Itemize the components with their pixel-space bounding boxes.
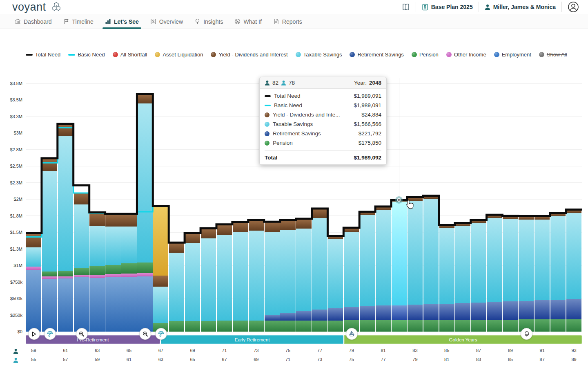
tab-timeline[interactable]: Timeline bbox=[58, 14, 99, 29]
legend-item-asset-liquidation[interactable]: Asset Liquidation bbox=[155, 52, 203, 58]
segment-retirement_savings bbox=[439, 304, 454, 320]
segment-retirement_savings bbox=[360, 306, 375, 321]
chart-bar-age-89[interactable] bbox=[502, 78, 518, 332]
header-divider bbox=[479, 2, 479, 12]
sailboat-icon bbox=[349, 331, 355, 337]
chart-bar-age-69[interactable] bbox=[185, 78, 200, 332]
chart-bar-age-92[interactable] bbox=[550, 78, 566, 332]
chart-bar-age-61[interactable] bbox=[58, 78, 74, 332]
x-age-label: 59 bbox=[90, 357, 104, 362]
legend-item-other-income[interactable]: Other Income bbox=[446, 52, 486, 58]
segment-taxable_savings bbox=[58, 136, 73, 271]
segment-pension bbox=[550, 319, 566, 332]
chart-bar-age-67[interactable] bbox=[153, 78, 169, 332]
phase-label: Golden Years bbox=[449, 337, 477, 342]
segment-employment bbox=[42, 279, 57, 332]
legend-label: Pension bbox=[419, 52, 439, 58]
segment-retirement_savings bbox=[487, 302, 502, 319]
chart-bar-age-60[interactable] bbox=[42, 78, 58, 332]
segment-retirement_savings bbox=[265, 315, 280, 321]
segment-taxable_savings bbox=[121, 227, 136, 264]
tab-overview[interactable]: Overview bbox=[145, 14, 189, 29]
chart-bar-age-88[interactable] bbox=[487, 78, 503, 332]
segment-yield bbox=[344, 228, 359, 232]
chart-bar-age-82[interactable] bbox=[391, 78, 407, 332]
page-title-row: Let's See Cash Flow ▼ Details Year View … bbox=[0, 32, 588, 47]
legend-item-retirement-savings[interactable]: Retirement Savings bbox=[350, 52, 403, 58]
plan-name: Base Plan 2025 bbox=[431, 4, 473, 10]
chart-bar-age-66[interactable] bbox=[137, 78, 153, 332]
plan-selector[interactable]: Base Plan 2025 bbox=[422, 4, 473, 11]
segment-employment bbox=[74, 277, 89, 332]
tooltip-row-label: Basic Need bbox=[274, 102, 302, 108]
y-axis-label: $1.8M bbox=[2, 213, 22, 218]
chart-bar-age-91[interactable] bbox=[534, 78, 550, 332]
chart-bar-age-72[interactable] bbox=[232, 78, 248, 332]
library-icon[interactable] bbox=[402, 3, 410, 11]
segment-retirement_savings bbox=[566, 299, 581, 319]
header-divider bbox=[416, 2, 416, 12]
legend-item-pension[interactable]: Pension bbox=[412, 52, 439, 58]
x-age-label: 79 bbox=[408, 357, 422, 362]
chart-bar-age-71[interactable] bbox=[216, 78, 232, 332]
chart-bar-age-93[interactable] bbox=[566, 78, 582, 332]
legend-item-total-need[interactable]: Total Need bbox=[26, 52, 60, 58]
segment-retirement_savings bbox=[312, 310, 327, 321]
chart-bar-age-70[interactable] bbox=[200, 78, 216, 332]
tooltip-row-basic-need: Basic Need$1,989,091 bbox=[265, 101, 381, 110]
legend-item-basic-need[interactable]: Basic Need bbox=[68, 52, 105, 58]
tooltip-ball-marker bbox=[265, 131, 270, 136]
insights-icon bbox=[194, 18, 200, 25]
chart-bar-age-64[interactable] bbox=[105, 78, 121, 332]
legend-label: Asset Liquidation bbox=[163, 52, 203, 58]
chart-bar-age-68[interactable] bbox=[169, 78, 185, 332]
legend-label: Basic Need bbox=[78, 52, 105, 58]
segment-retirement_savings bbox=[296, 311, 311, 321]
tooltip-row-label: Total Need bbox=[274, 93, 301, 99]
tab-insights[interactable]: Insights bbox=[189, 14, 229, 29]
tooltip-ball-marker bbox=[265, 112, 270, 117]
segment-taxable_savings bbox=[408, 201, 423, 305]
event-umbrella-icon[interactable] bbox=[44, 328, 56, 340]
segment-pension bbox=[408, 320, 423, 332]
x-age-label: 69 bbox=[186, 348, 200, 353]
segment-yield bbox=[201, 229, 216, 238]
client-selector[interactable]: Miller, James & Monica bbox=[485, 4, 556, 10]
client-name: Miller, James & Monica bbox=[493, 4, 556, 10]
chart-bar-age-87[interactable] bbox=[471, 78, 487, 332]
chart-bar-age-86[interactable] bbox=[455, 78, 471, 332]
tab-reports[interactable]: Reports bbox=[267, 14, 308, 29]
legend-item-yield-dividends-and-interest[interactable]: Yield - Dividends and Interest bbox=[211, 52, 287, 58]
bell-icon bbox=[524, 331, 530, 337]
x-age-label: 71 bbox=[281, 357, 295, 362]
chart-bar-age-90[interactable] bbox=[518, 78, 534, 332]
segment-pension bbox=[89, 266, 105, 275]
segment-retirement_savings bbox=[376, 305, 391, 320]
tab-what-if[interactable]: What If bbox=[229, 14, 267, 29]
chart-bar-age-59[interactable] bbox=[26, 78, 42, 332]
legend-label: Total Need bbox=[35, 52, 60, 58]
segment-yield bbox=[249, 220, 264, 231]
event-play-icon[interactable] bbox=[28, 328, 40, 340]
segment-taxable_savings bbox=[201, 238, 216, 321]
tab-let-s-see[interactable]: Let's See bbox=[99, 14, 145, 29]
y-axis-label: $2.5M bbox=[2, 164, 22, 168]
account-avatar-icon[interactable] bbox=[568, 1, 579, 13]
segment-pension bbox=[328, 321, 343, 332]
chart-bar-age-65[interactable] bbox=[121, 78, 137, 332]
event-zoom-out-icon[interactable] bbox=[76, 328, 88, 340]
chart-bar-age-85[interactable] bbox=[439, 78, 455, 332]
legend-item-all-shortfall[interactable]: All Shortfall bbox=[113, 52, 147, 58]
legend-item-show-all[interactable]: Show All bbox=[539, 52, 567, 58]
legend-ball-marker bbox=[350, 52, 355, 57]
legend-item-employment[interactable]: Employment bbox=[494, 52, 531, 58]
chart-bar-age-84[interactable] bbox=[423, 78, 439, 332]
legend-ball-marker bbox=[296, 52, 301, 57]
chart-bar-age-62[interactable] bbox=[74, 78, 89, 332]
tab-dashboard[interactable]: Dashboard bbox=[9, 14, 58, 29]
segment-taxable_savings bbox=[471, 223, 486, 303]
phase-band-early-retirement[interactable]: Early Retirement bbox=[160, 335, 343, 344]
chart-bar-age-63[interactable] bbox=[89, 78, 105, 332]
legend-item-taxable-savings[interactable]: Taxable Savings bbox=[296, 52, 342, 58]
phase-band-golden-years[interactable]: Golden Years bbox=[343, 335, 582, 344]
